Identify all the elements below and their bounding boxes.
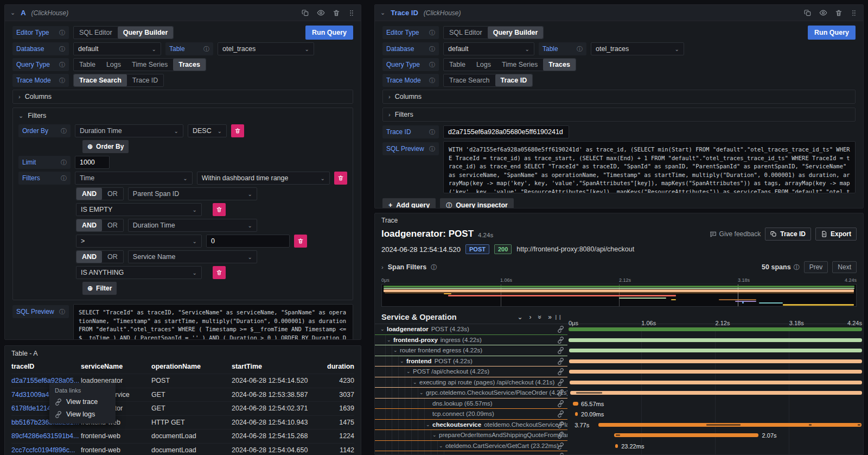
trace-id-link[interactable]: 2cc7ccfc0194f896c... [11, 446, 81, 454]
query-builder-option[interactable]: Query Builder [488, 27, 544, 39]
trace-mode-search[interactable]: Trace Search [74, 74, 127, 86]
span-filters-toggle[interactable]: ›Span Filtersⓘ [381, 263, 437, 271]
delete-query-icon[interactable] [835, 9, 843, 17]
span-bar-cell[interactable]: 20.09ms [567, 409, 863, 420]
span-link-icon[interactable] [557, 421, 564, 428]
col-starttime[interactable]: startTime [232, 363, 325, 370]
export-button[interactable]: Export [815, 228, 857, 241]
chevron-down-icon[interactable]: ⌄ [387, 337, 393, 343]
span-link-icon[interactable] [557, 432, 564, 439]
query-type-timeseries[interactable]: Time Series [496, 59, 543, 71]
trace-mode-id[interactable]: Trace ID [127, 74, 163, 86]
next-button[interactable]: Next [832, 261, 857, 273]
add-filter-button[interactable]: ⊕Filter [82, 282, 117, 295]
run-query-button[interactable]: Run Query [305, 26, 353, 40]
col-servicename[interactable]: serviceName [81, 363, 151, 370]
remove-time-filter-button[interactable] [334, 172, 347, 185]
span-name-cell[interactable]: ⌄POST /api/checkout (4.22s) [375, 366, 567, 377]
column-resizer-handle[interactable]: ❙❙ [554, 314, 562, 320]
filters-section[interactable]: ›Filters [382, 108, 856, 122]
or-option[interactable]: OR [102, 219, 123, 231]
span-bar-cell[interactable]: 23.22ms [567, 441, 863, 452]
view-logs-link[interactable]: View logs [55, 410, 110, 418]
chevron-down-icon[interactable]: ⌄ [413, 380, 419, 385]
span-bar-cell[interactable] [567, 366, 863, 377]
query-type-table[interactable]: Table [444, 59, 471, 71]
query-type-traces[interactable]: Traces [173, 59, 206, 71]
query-type-logs[interactable]: Logs [471, 59, 496, 71]
span-name-cell[interactable]: ⌄checkoutserviceoteldemo.CheckoutService… [375, 420, 567, 431]
span-name-cell[interactable]: ⌄executing api route (pages) /api/checko… [375, 377, 567, 388]
span-bar-cell[interactable]: 3.77s [567, 420, 863, 431]
filter2-operator-select[interactable]: >⌄ [76, 235, 202, 248]
expand-one-icon[interactable]: › [529, 313, 532, 321]
filter1-field-select[interactable]: Parent Span ID⌄ [128, 187, 257, 200]
delete-query-icon[interactable] [333, 9, 340, 17]
span-link-icon[interactable] [557, 337, 564, 344]
order-by-direction-select[interactable]: DESC⌄ [188, 124, 227, 137]
span-name-cell[interactable]: ⌄grpc.oteldemo.CheckoutService/PlaceOrde… [375, 388, 567, 399]
hide-response-icon[interactable] [819, 9, 827, 17]
filter3-operator-select[interactable]: IS ANYTHING⌄ [76, 266, 202, 279]
col-duration[interactable]: duration [325, 363, 354, 370]
chevron-down-icon[interactable]: ⌄ [406, 369, 413, 374]
view-trace-link[interactable]: View trace [55, 398, 110, 406]
filter-time-range-select[interactable]: Within dashboard time range⌄ [197, 172, 330, 185]
run-query-button[interactable]: Run Query [808, 26, 856, 40]
span-bar-cell[interactable] [567, 388, 863, 399]
span-name-cell[interactable] [375, 451, 567, 455]
remove-filter1-button[interactable] [213, 203, 226, 216]
table-select[interactable]: otel_traces⌄ [218, 42, 314, 55]
columns-section[interactable]: ›Columns [382, 90, 856, 104]
filters-section-header[interactable]: ⌄Filters [18, 112, 347, 119]
span-link-icon[interactable] [557, 358, 564, 365]
span-name-cell[interactable]: ⌄prepareOrderItemsAndShippingQuoteFromCa… [375, 430, 567, 441]
add-order-by-button[interactable]: ⊕Order By [82, 140, 129, 153]
chevron-down-icon[interactable]: ⌄ [419, 390, 426, 395]
query-type-traces[interactable]: Traces [543, 59, 576, 71]
chevron-down-icon[interactable]: ⌄ [439, 443, 445, 448]
trace-id-input[interactable]: d2a7155ef6a928a05680e5ff6190241d [443, 125, 569, 138]
span-bar-cell[interactable] [567, 377, 863, 388]
database-select[interactable]: default⌄ [443, 42, 534, 55]
query-inspector-button[interactable]: ⓘQuery inspector [440, 198, 514, 208]
span-name-cell[interactable]: ⌄oteldemo.CartService/GetCart (23.22ms) [375, 441, 567, 452]
span-bar-cell[interactable] [567, 451, 863, 455]
chevron-down-icon[interactable]: ⌄ [432, 432, 439, 438]
table-select[interactable]: otel_traces⌄ [591, 42, 684, 55]
col-operationname[interactable]: operationName [151, 363, 232, 370]
sql-editor-option[interactable]: SQL Editor [444, 27, 488, 39]
filter1-operator-select[interactable]: IS EMPTY⌄ [76, 203, 202, 216]
trace-id-button[interactable]: Trace ID [765, 228, 811, 241]
remove-order-by-button[interactable] [231, 124, 244, 137]
span-bar-cell[interactable]: 65.57ms [567, 399, 863, 409]
filter2-value-input[interactable]: 0 [206, 235, 290, 248]
trace-mode-id[interactable]: Trace ID [495, 74, 533, 86]
filter-time-field-select[interactable]: Time⌄ [75, 172, 193, 185]
span-name-cell[interactable]: tcp.connect (20.09ms) [375, 409, 567, 420]
span-link-icon[interactable] [557, 347, 564, 354]
trace-mode-search[interactable]: Trace Search [444, 74, 495, 86]
give-feedback-link[interactable]: Give feedback [710, 230, 761, 238]
chevron-down-icon[interactable]: ⌄ [380, 326, 387, 332]
duplicate-query-icon[interactable] [302, 9, 309, 17]
span-link-icon[interactable] [557, 443, 564, 450]
chevron-down-icon[interactable]: ⌄ [400, 358, 406, 364]
and-option[interactable]: AND [76, 188, 102, 200]
or-option[interactable]: OR [102, 251, 123, 263]
span-link-icon[interactable] [557, 379, 564, 386]
span-name-cell[interactable]: ⌄frontendPOST (4.22s) [375, 356, 567, 367]
collapse-all-icon[interactable]: » [536, 315, 544, 319]
limit-input[interactable]: 1000 [75, 156, 110, 169]
span-link-icon[interactable] [557, 326, 564, 333]
chevron-down-icon[interactable]: ⌄ [393, 347, 400, 353]
span-link-icon[interactable] [557, 453, 564, 455]
query-type-table[interactable]: Table [74, 59, 101, 71]
span-name-cell[interactable]: ⌄frontend-proxyingress (4.22s) [375, 335, 567, 346]
query-type-timeseries[interactable]: Time Series [126, 59, 173, 71]
span-link-icon[interactable] [557, 368, 564, 375]
span-name-cell[interactable]: ⌄loadgeneratorPOST (4.23s) [375, 324, 567, 335]
remove-filter3-button[interactable] [213, 266, 226, 279]
filter2-field-select[interactable]: Duration Time⌄ [128, 219, 257, 232]
span-bar-cell[interactable]: 2.07s [567, 430, 863, 441]
